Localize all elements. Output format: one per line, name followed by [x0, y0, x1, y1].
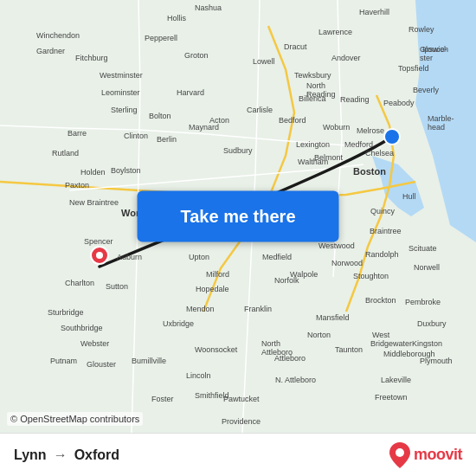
svg-text:Quincy: Quincy	[370, 207, 396, 215]
svg-text:Duxbury: Duxbury	[417, 319, 447, 328]
svg-text:Webster: Webster	[80, 339, 109, 348]
svg-text:Haverhill: Haverhill	[359, 8, 389, 16]
svg-text:Nashua: Nashua	[195, 3, 222, 12]
svg-text:Reading: Reading	[340, 95, 370, 104]
svg-text:Milford: Milford	[206, 270, 229, 279]
bottom-bar: Lynn → Oxford moovit	[0, 433, 476, 476]
svg-text:Medfield: Medfield	[262, 253, 292, 261]
svg-text:Sterling: Sterling	[111, 106, 138, 114]
svg-text:Westwood: Westwood	[318, 241, 355, 250]
svg-text:Carlisle: Carlisle	[247, 106, 273, 114]
svg-text:Randolph: Randolph	[365, 250, 399, 259]
svg-text:Plymouth: Plymouth	[420, 357, 453, 365]
svg-text:Maynard: Maynard	[189, 123, 219, 132]
map-container: Nashua Haverhill Rowley Lawrence Ipswich…	[0, 0, 476, 433]
svg-text:Providence: Providence	[222, 417, 261, 426]
svg-text:Glouster: Glouster	[87, 360, 116, 369]
svg-point-110	[384, 129, 400, 145]
svg-text:Melrose: Melrose	[357, 126, 384, 135]
svg-text:Bedford: Bedford	[279, 116, 306, 125]
svg-text:Stoughton: Stoughton	[353, 272, 389, 280]
svg-text:Putnam: Putnam	[50, 357, 77, 365]
svg-text:Pawtucket: Pawtucket	[223, 395, 260, 403]
svg-text:head: head	[428, 123, 445, 132]
svg-text:Attleboro: Attleboro	[274, 354, 306, 363]
svg-text:Hull: Hull	[402, 192, 416, 201]
svg-text:Lawrence: Lawrence	[318, 28, 352, 36]
svg-text:Woburn: Woburn	[323, 123, 350, 132]
svg-text:Sudbury: Sudbury	[223, 146, 253, 155]
svg-text:Belmont: Belmont	[314, 153, 344, 162]
svg-text:Brockton: Brockton	[365, 296, 396, 305]
svg-point-109	[96, 252, 103, 259]
svg-text:Scituate: Scituate	[408, 244, 437, 253]
svg-text:Norwell: Norwell	[414, 263, 440, 272]
svg-text:N. Attleboro: N. Attleboro	[275, 376, 316, 384]
svg-text:North: North	[261, 339, 280, 348]
svg-text:Lakeville: Lakeville	[381, 376, 411, 384]
svg-text:Billerica: Billerica	[299, 94, 326, 103]
svg-text:Westminster: Westminster	[100, 71, 143, 80]
svg-text:New Braintree: New Braintree	[69, 198, 119, 207]
svg-text:Woonsocket: Woonsocket	[195, 345, 238, 354]
route-info: Lynn → Oxford	[14, 447, 119, 463]
svg-text:Mansfield: Mansfield	[316, 313, 350, 322]
svg-text:Clinton: Clinton	[124, 132, 148, 140]
svg-text:Braintree: Braintree	[370, 227, 402, 235]
svg-text:Taunton: Taunton	[335, 345, 363, 354]
svg-text:Southbridge: Southbridge	[61, 324, 103, 332]
svg-text:Pepperell: Pepperell	[145, 34, 177, 42]
svg-text:Andover: Andover	[331, 54, 361, 62]
svg-text:Glouce-: Glouce-	[420, 45, 447, 54]
svg-text:Peabody: Peabody	[383, 99, 415, 107]
svg-text:Dracut: Dracut	[284, 42, 307, 51]
svg-text:Topsfield: Topsfield	[398, 64, 429, 73]
svg-text:Rowley: Rowley	[408, 25, 434, 34]
svg-text:Fitchburg: Fitchburg	[75, 54, 108, 62]
svg-text:Winchendon: Winchendon	[36, 31, 80, 40]
moovit-logo: moovit	[389, 442, 462, 468]
svg-text:Chelsea: Chelsea	[365, 149, 394, 158]
svg-text:Barre: Barre	[68, 129, 87, 138]
svg-text:Freetown: Freetown	[375, 393, 408, 402]
svg-text:Lowell: Lowell	[253, 57, 275, 66]
svg-text:Rutland: Rutland	[52, 149, 79, 158]
svg-text:ster: ster	[420, 54, 433, 62]
origin-city: Lynn	[14, 447, 47, 463]
svg-text:Marble-: Marble-	[428, 114, 454, 123]
svg-text:Lexington: Lexington	[296, 140, 330, 149]
take-me-there-button[interactable]: Take me there	[137, 191, 338, 242]
svg-text:Bolton: Bolton	[149, 112, 171, 120]
svg-text:Leominster: Leominster	[101, 88, 140, 97]
svg-text:Norton: Norton	[307, 331, 331, 339]
svg-text:Sturbridge: Sturbridge	[48, 308, 84, 317]
svg-text:Medford: Medford	[344, 140, 373, 149]
moovit-brand-text: moovit	[414, 446, 462, 464]
svg-text:Foster: Foster	[151, 395, 174, 403]
svg-text:West: West	[372, 331, 390, 339]
svg-text:Mendon: Mendon	[186, 305, 215, 313]
svg-text:Sutton: Sutton	[106, 282, 128, 291]
svg-text:Charlton: Charlton	[65, 279, 94, 287]
svg-text:Spencer: Spencer	[84, 237, 113, 246]
svg-text:Lincoln: Lincoln	[186, 371, 211, 380]
map-attribution: © OpenStreetMap contributors	[7, 412, 143, 426]
svg-text:Uxbridge: Uxbridge	[163, 319, 194, 328]
destination-city: Oxford	[74, 447, 119, 463]
svg-text:Groton: Groton	[184, 51, 209, 60]
arrow-icon: →	[54, 447, 68, 463]
svg-text:Boston: Boston	[353, 166, 386, 177]
svg-text:Hollis: Hollis	[167, 14, 187, 23]
svg-text:Boylston: Boylston	[111, 166, 141, 175]
svg-point-111	[396, 448, 404, 457]
svg-text:Beverly: Beverly	[413, 86, 440, 94]
svg-text:Upton: Upton	[189, 253, 209, 261]
svg-text:Bumillville: Bumillville	[132, 357, 166, 365]
svg-text:Harvard: Harvard	[177, 88, 204, 97]
svg-text:Franklin: Franklin	[244, 305, 272, 313]
svg-text:Walpole: Walpole	[290, 270, 318, 279]
svg-text:Norwood: Norwood	[331, 259, 363, 267]
svg-text:Auburn: Auburn	[117, 253, 142, 261]
svg-text:Hopedale: Hopedale	[196, 285, 229, 293]
svg-text:North: North	[306, 81, 325, 90]
